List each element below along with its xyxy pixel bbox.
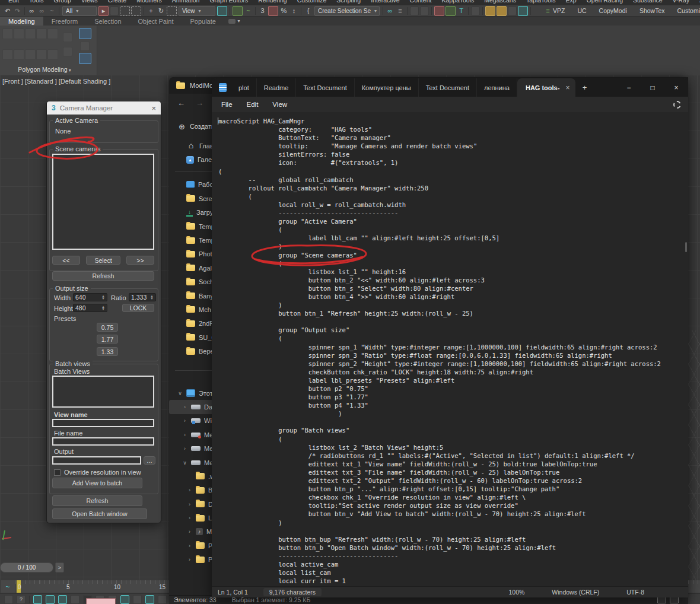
refresh-cameras-button[interactable]: Refresh (52, 271, 154, 281)
edit-poly-mode2-icon[interactable] (79, 53, 91, 64)
height-spinner[interactable]: 480▲▼ (73, 304, 107, 312)
undo-icon[interactable]: ↶ (3, 7, 12, 15)
preset-133-button[interactable]: 1.33 (97, 347, 118, 356)
macro-recorder-icon[interactable]: ≡ (543, 7, 552, 15)
scene-cameras-listbox[interactable] (52, 154, 154, 250)
close-icon[interactable]: × (664, 78, 688, 97)
curve-editor-icon[interactable]: T (457, 7, 466, 15)
code-editor[interactable]: macroScript HAG_CamMngr category: "HAG t… (212, 112, 688, 587)
width-spinner[interactable]: 640▲▼ (73, 293, 107, 301)
custom-script-button[interactable]: CopyModi (599, 7, 627, 14)
grid-toggle-icon[interactable] (71, 595, 79, 604)
maximize-icon[interactable]: □ (641, 78, 664, 97)
select-by-name-icon[interactable] (110, 7, 119, 15)
rotate-icon[interactable]: ↻ (157, 7, 166, 15)
pm-small-tool-icon[interactable] (80, 42, 90, 51)
notepad-tab[interactable]: Компуктер цены (355, 78, 419, 97)
file-menu[interactable]: File (215, 99, 238, 110)
menu-item[interactable]: Rendering (258, 0, 287, 4)
angle-snap-icon[interactable] (268, 6, 278, 16)
mirror-icon[interactable]: ∞ (386, 7, 394, 15)
unlink-icon[interactable]: ∞ (37, 7, 46, 15)
render-setup-icon[interactable] (497, 6, 507, 16)
polygon-modeling-label[interactable]: Polygon Modeling (0, 66, 89, 73)
camera-manager-titlebar[interactable]: 3 Camera Manager × (47, 101, 161, 115)
menu-item[interactable]: Group (54, 0, 71, 4)
time-slider[interactable]: 0 / 100 (0, 562, 53, 573)
close-icon[interactable]: × (151, 104, 156, 113)
menu-item[interactable]: Open Racing (587, 0, 623, 4)
select-link-icon[interactable]: ∞ (27, 7, 36, 15)
render-production-icon[interactable] (518, 6, 528, 16)
menu-item[interactable]: Views (81, 0, 98, 4)
notepad-tab[interactable]: Text Document (296, 78, 354, 97)
notepad-tab[interactable]: plot (231, 78, 257, 97)
pm-small-tool-icon[interactable] (63, 33, 72, 42)
menu-item[interactable]: TapiaTools (526, 0, 556, 4)
pivot-point-icon[interactable] (217, 6, 227, 16)
menu-item[interactable]: Graph Editors (209, 0, 248, 4)
tab-close-icon[interactable]: × (565, 84, 569, 92)
populate-flow-icon[interactable] (233, 6, 243, 16)
ribbon-tab[interactable]: Modeling (0, 17, 43, 26)
scale-icon[interactable] (167, 6, 177, 16)
named-selection-dropdown[interactable]: Create Selection Se (314, 6, 380, 16)
output-path-field[interactable] (52, 456, 141, 465)
notepad-tab[interactable]: лепнина (477, 78, 517, 97)
pm-tool-icon[interactable] (25, 49, 36, 60)
populate-idle-icon[interactable]: ~ (244, 7, 253, 15)
selection-lock-icon[interactable] (46, 595, 55, 604)
mini-listener-icon[interactable] (4, 595, 13, 604)
redo-icon[interactable]: ↷ (13, 7, 22, 15)
open-batch-window-button[interactable]: Open Batch window (52, 508, 147, 519)
percent-snap-icon[interactable]: % (279, 7, 288, 15)
auto-key-icon[interactable] (120, 595, 129, 604)
large-icons-view-icon[interactable] (670, 597, 679, 603)
set-key-icon[interactable] (133, 595, 142, 604)
snap-toggle-3d-icon[interactable]: 3 (258, 7, 267, 15)
menu-item[interactable]: Scripting (336, 0, 361, 4)
rendered-frame-window-icon[interactable] (508, 7, 517, 15)
viewport-label[interactable]: [Front ] [Standard ] [Default Shading ] (2, 78, 110, 85)
ratio-spinner[interactable]: 1.333▲▼ (129, 293, 156, 301)
pm-tool-icon[interactable] (14, 49, 24, 60)
menu-item[interactable]: KappaTools (441, 0, 474, 4)
slate-material-editor-icon[interactable] (446, 6, 456, 16)
notepad-tab[interactable]: Readme (257, 78, 297, 97)
lock-selection-icon[interactable] (533, 7, 542, 15)
notepad-active-tab[interactable]: HAG tools- × (517, 78, 575, 97)
align-icon[interactable]: ≡ (396, 7, 405, 15)
custom-script-button[interactable]: UC (577, 7, 586, 14)
selection-filter-dropdown[interactable]: All (62, 6, 97, 16)
zoom-level-label[interactable]: 100% (508, 589, 524, 596)
menu-item[interactable]: Modifiers (136, 0, 162, 4)
isolate-selection-icon[interactable] (33, 595, 42, 604)
back-icon[interactable]: ← (177, 98, 185, 107)
pm-tool-icon[interactable] (2, 49, 13, 60)
menu-item[interactable]: Substance (633, 0, 663, 4)
window-crossing-icon[interactable] (131, 6, 141, 16)
create-new-button[interactable]: ⊕ Создать (169, 119, 215, 134)
pm-tool-icon[interactable] (47, 49, 58, 60)
edit-menu[interactable]: Edit (241, 99, 265, 110)
menu-item[interactable]: Exp (566, 0, 577, 4)
edge-mode-icon[interactable] (14, 28, 24, 39)
vertex-mode-icon[interactable] (2, 28, 13, 39)
select-camera-button[interactable]: Select (86, 256, 120, 265)
menu-item[interactable]: Tools (29, 0, 44, 4)
element-mode-icon[interactable] (47, 28, 58, 39)
batch-views-listbox[interactable] (52, 376, 154, 408)
next-frame-button[interactable]: > (55, 562, 64, 573)
ribbon-tab[interactable]: Populate (182, 17, 224, 26)
select-object-icon[interactable]: ▸ (98, 6, 109, 16)
reference-coordinate-dropdown[interactable]: View (179, 6, 215, 16)
minimize-icon[interactable]: − (617, 78, 641, 97)
menu-item[interactable]: Interactive (371, 0, 399, 4)
help-icon[interactable]: ? (17, 595, 26, 604)
pm-small-tool-icon[interactable] (63, 47, 72, 56)
ribbon-tab[interactable]: Object Paint (130, 17, 182, 26)
spinner-snap-icon[interactable]: ↕ (289, 7, 298, 15)
menu-item[interactable]: Content (410, 0, 432, 4)
rect-selection-region-icon[interactable] (120, 6, 130, 16)
next-camera-button[interactable]: >> (126, 256, 154, 265)
